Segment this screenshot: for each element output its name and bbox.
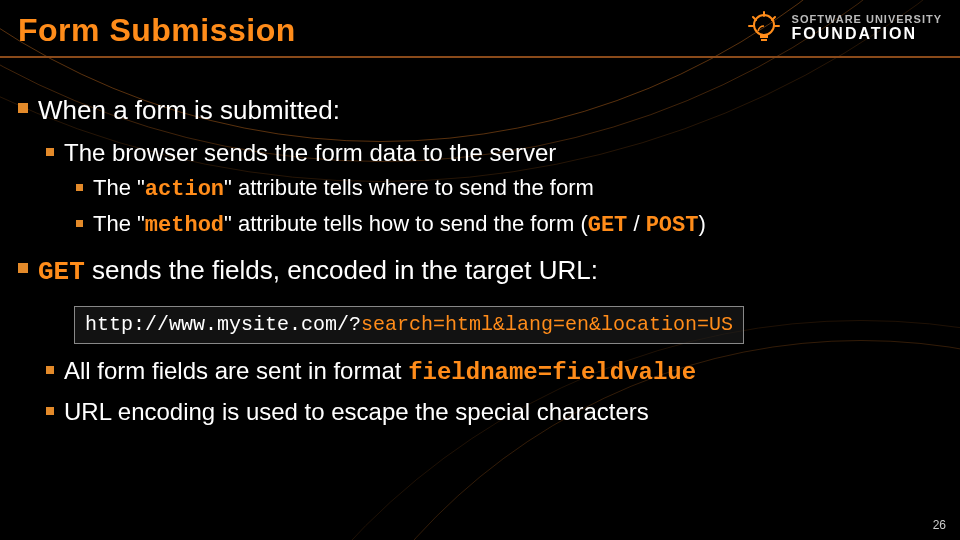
bullet-icon — [46, 407, 54, 415]
title-rule — [0, 56, 960, 58]
bullet-l3: The "method" attribute tells how to send… — [76, 208, 942, 242]
bullet-icon — [46, 148, 54, 156]
code-accent: search=html&lang=en&location=US — [361, 313, 733, 336]
bullet-l2: All form fields are sent in format field… — [46, 354, 942, 391]
bullet-l2: The browser sends the form data to the s… — [46, 136, 942, 171]
code-inline: GET — [38, 257, 85, 287]
bullet-icon — [18, 263, 28, 273]
code-block: http://www.mysite.com/?search=html&lang=… — [74, 306, 744, 344]
bullet-text: URL encoding is used to escape the speci… — [64, 398, 649, 425]
brand-logo: SOFTWARE UNIVERSITY FOUNDATION — [744, 8, 942, 48]
bullet-l1: GET sends the fields, encoded in the tar… — [18, 252, 942, 292]
bullet-text: The browser sends the form data to the s… — [64, 139, 556, 166]
code-inline: action — [145, 177, 224, 202]
brand-line1: SOFTWARE UNIVERSITY — [792, 14, 942, 25]
bullet-icon — [76, 184, 83, 191]
slide-title: Form Submission — [18, 12, 296, 49]
bullet-l3: The "action" attribute tells where to se… — [76, 172, 942, 206]
lightbulb-icon — [744, 8, 784, 48]
code-text: http://www.mysite.com/? — [85, 313, 361, 336]
bullet-l1: When a form is submitted: — [18, 92, 942, 130]
bullet-text: GET sends the fields, encoded in the tar… — [38, 255, 598, 285]
svg-point-0 — [754, 15, 774, 35]
code-inline: fieldname=fieldvalue — [408, 359, 696, 386]
code-inline: method — [145, 213, 224, 238]
bullet-l2: URL encoding is used to escape the speci… — [46, 395, 942, 430]
brand-text: SOFTWARE UNIVERSITY FOUNDATION — [792, 14, 942, 42]
brand-line2: FOUNDATION — [792, 26, 942, 42]
slide-body: When a form is submitted: The browser se… — [18, 92, 942, 432]
page-number: 26 — [933, 518, 946, 532]
bullet-text: The "method" attribute tells how to send… — [93, 211, 706, 236]
bullet-text: The "action" attribute tells where to se… — [93, 175, 594, 200]
code-inline: GET — [588, 213, 628, 238]
bullet-text: All form fields are sent in format field… — [64, 357, 696, 384]
code-inline: POST — [646, 213, 699, 238]
bullet-icon — [76, 220, 83, 227]
bullet-icon — [46, 366, 54, 374]
bullet-text: When a form is submitted: — [38, 95, 340, 125]
bullet-icon — [18, 103, 28, 113]
